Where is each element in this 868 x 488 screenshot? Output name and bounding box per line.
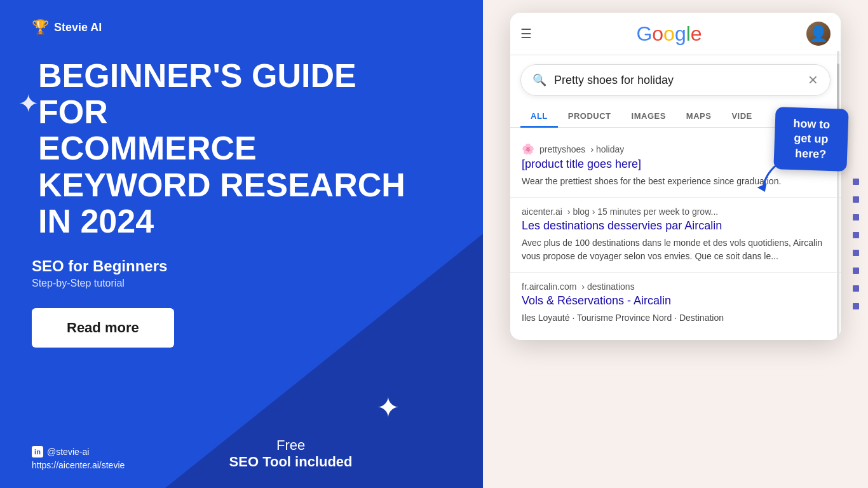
linkedin-handle: in @stevie-ai bbox=[32, 446, 125, 458]
tab-videos[interactable]: VIDE bbox=[721, 105, 762, 127]
tab-all[interactable]: ALL bbox=[520, 105, 558, 127]
bottom-left-info: in @stevie-ai https://aicenter.ai/stevie bbox=[32, 446, 125, 470]
subtitle-main: SEO for Beginners bbox=[32, 257, 451, 275]
dot-7 bbox=[853, 285, 859, 292]
linkedin-icon: in bbox=[32, 446, 43, 458]
google-topbar: ☰ Google 👤 bbox=[510, 13, 841, 55]
result-title-2[interactable]: Les destinations desservies par Aircalin bbox=[522, 219, 829, 233]
subtitle-sub: Step-by-Step tutorial bbox=[32, 278, 451, 289]
search-bar[interactable]: 🔍 Pretty shoes for holiday ✕ bbox=[520, 64, 831, 96]
dot-8 bbox=[853, 303, 859, 309]
favicon-1: 🌸 bbox=[522, 143, 534, 155]
source-name-2: aicenter.ai bbox=[522, 207, 562, 217]
star-icon-left: ✦ bbox=[18, 89, 39, 118]
result-title-3[interactable]: Vols & Réservations - Aircalin bbox=[522, 294, 829, 308]
seo-tool-label: SEO Tool included bbox=[229, 454, 353, 470]
source-name-3: fr.aircalin.com bbox=[522, 281, 576, 292]
source-name-1: prettyshoes bbox=[539, 144, 585, 154]
bottom-center-promo: Free SEO Tool included bbox=[229, 437, 353, 470]
brand-icon: 🏆 bbox=[32, 19, 49, 36]
website-url: https://aicenter.ai/stevie bbox=[32, 460, 125, 470]
dot-1 bbox=[853, 179, 859, 185]
dots-column bbox=[853, 179, 859, 309]
result-source-2: aicenter.ai › blog › 15 minutes per week… bbox=[522, 207, 829, 217]
search-result-3: fr.aircalin.com › destinations Vols & Ré… bbox=[510, 273, 841, 334]
dot-3 bbox=[853, 214, 859, 220]
tab-maps[interactable]: MAPS bbox=[676, 105, 722, 127]
search-result-2: aicenter.ai › blog › 15 minutes per week… bbox=[510, 198, 841, 273]
source-breadcrumb-1: › holiday bbox=[590, 144, 624, 154]
free-label: Free bbox=[229, 437, 353, 454]
search-query: Pretty shoes for holiday bbox=[554, 74, 808, 87]
search-icon: 🔍 bbox=[532, 73, 546, 87]
result-source-3: fr.aircalin.com › destinations bbox=[522, 281, 829, 292]
star-icon-bottom: ✦ bbox=[376, 391, 400, 424]
dot-2 bbox=[853, 196, 859, 203]
result-desc-3: Iles Loyauté · Tourisme Province Nord · … bbox=[522, 311, 829, 325]
dot-6 bbox=[853, 268, 859, 274]
read-more-button[interactable]: Read more bbox=[32, 308, 174, 348]
brand-name: Stevie AI bbox=[54, 21, 102, 34]
dot-5 bbox=[853, 250, 859, 256]
result-desc-2: Avec plus de 100 destinations dans le mo… bbox=[522, 236, 829, 263]
tab-product[interactable]: PRODUCT bbox=[558, 105, 621, 127]
main-title: BEGINNER'S GUIDE FOR ECOMMERCE KEYWORD R… bbox=[38, 58, 432, 240]
clear-search-icon[interactable]: ✕ bbox=[808, 72, 818, 88]
tab-images[interactable]: IMAGES bbox=[621, 105, 676, 127]
dot-4 bbox=[853, 232, 859, 238]
google-logo: Google bbox=[539, 22, 799, 46]
scrollbar[interactable] bbox=[837, 51, 839, 340]
avatar[interactable]: 👤 bbox=[806, 22, 831, 46]
left-panel: 🏆 Stevie AI ✦ BEGINNER'S GUIDE FOR ECOMM… bbox=[0, 0, 483, 488]
scrollbar-thumb bbox=[837, 64, 839, 114]
linkedin-username: @stevie-ai bbox=[47, 447, 89, 457]
brand-logo: 🏆 Stevie AI bbox=[32, 19, 451, 36]
right-panel: ☰ Google 👤 🔍 Pretty shoes for holiday ✕ … bbox=[483, 0, 868, 488]
source-breadcrumb-2: › blog › 15 minutes per week to grow... bbox=[567, 207, 718, 217]
source-breadcrumb-3: › destinations bbox=[581, 281, 634, 292]
hamburger-icon[interactable]: ☰ bbox=[520, 26, 532, 41]
